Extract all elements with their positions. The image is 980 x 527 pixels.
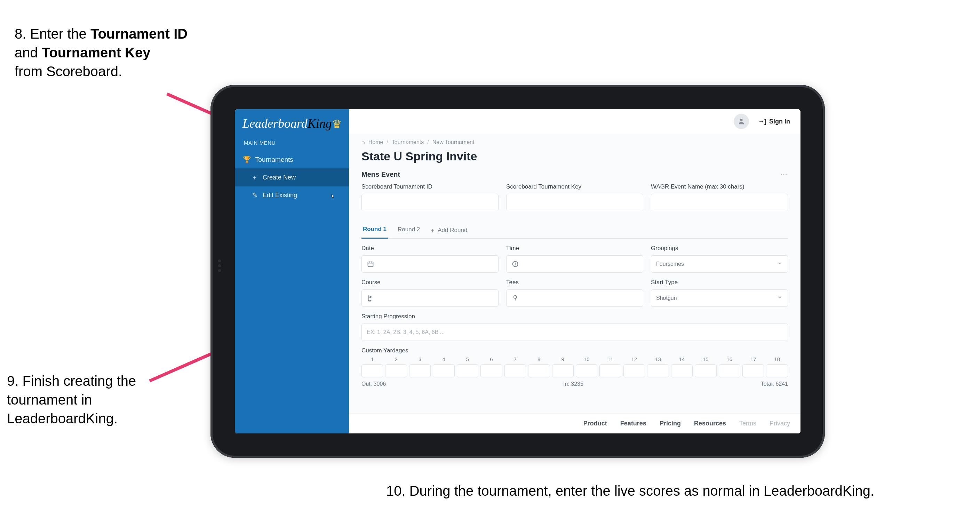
sign-in-button[interactable]: →] Sign In (758, 118, 790, 125)
field-label: Course (361, 279, 498, 286)
app-screen: LeaderboardKing♛ MAIN MENU 🏆 Tournaments… (235, 109, 800, 433)
wagr-name-input[interactable] (651, 194, 788, 211)
field-label: Tees (506, 279, 643, 286)
hole-number: 9 (552, 356, 574, 362)
round-tabs: Round 1 Round 2 ＋ Add Round (361, 222, 788, 239)
footer-link-privacy[interactable]: Privacy (770, 420, 790, 427)
calendar-icon (367, 261, 374, 267)
footer-link-terms[interactable]: Terms (739, 420, 756, 427)
field-date: Date (361, 245, 498, 273)
hole-number: 6 (480, 356, 502, 362)
field-label: WAGR Event Name (max 30 chars) (651, 183, 788, 190)
hole-yardage-input[interactable] (695, 364, 716, 377)
sidebar-item-tournaments[interactable]: 🏆 Tournaments (235, 151, 349, 168)
callout-step-10: 10. During the tournament, enter the liv… (386, 481, 960, 500)
scoreboard-id-input[interactable] (361, 194, 498, 211)
callout-step-8: 8. Enter the Tournament ID and Tournamen… (14, 24, 209, 81)
clock-icon (511, 261, 519, 267)
tab-round-2[interactable]: Round 2 (396, 223, 421, 238)
login-arrow-icon: →] (758, 118, 767, 125)
page-title: State U Spring Invite (361, 149, 788, 169)
user-icon (738, 118, 745, 125)
starting-progression-input[interactable]: EX: 1, 2A, 2B, 3, 4, 5, 6A, 6B ... (361, 323, 788, 341)
add-round-button[interactable]: ＋ Add Round (430, 226, 467, 234)
callout-bold-2: Tournament Key (42, 45, 151, 60)
logo-text-part1: Leaderboard (242, 116, 307, 131)
breadcrumb-tournaments[interactable]: Tournaments (392, 139, 424, 145)
tees-input[interactable] (506, 290, 643, 307)
hole-number: 10 (576, 356, 597, 362)
hole-yardage-input[interactable] (409, 364, 431, 377)
field-label: Time (506, 245, 643, 252)
footer-link-features[interactable]: Features (620, 420, 646, 427)
select-value: Shotgun (656, 295, 677, 301)
footer-link-product[interactable]: Product (584, 420, 607, 427)
hole-yardage-input[interactable] (480, 364, 502, 377)
start-type-select[interactable]: Shotgun (651, 290, 788, 307)
hole-yardage-input[interactable] (433, 364, 454, 377)
hole-number: 3 (409, 356, 431, 362)
sidebar-item-create-new[interactable]: ＋ Create New (235, 168, 349, 186)
field-label: Scoreboard Tournament Key (506, 183, 643, 190)
hole-yardage-input[interactable] (766, 364, 788, 377)
footer-link-pricing[interactable]: Pricing (660, 420, 681, 427)
field-label: Starting Progression (361, 313, 788, 320)
course-input[interactable] (361, 290, 498, 307)
hole-yardage-input[interactable] (719, 364, 740, 377)
hole-yardage-input[interactable] (671, 364, 693, 377)
callout-text: from Scoreboard. (14, 64, 122, 79)
trophy-icon: 🏆 (244, 156, 250, 164)
hole-yardage-input[interactable] (742, 364, 764, 377)
scoreboard-key-input[interactable] (506, 194, 643, 211)
time-input[interactable] (506, 255, 643, 273)
plus-icon: ＋ (251, 173, 258, 182)
sidebar-item-label: Create New (262, 174, 296, 181)
field-course: Course (361, 279, 498, 307)
hole-yardage-input[interactable] (528, 364, 550, 377)
field-tees: Tees (506, 279, 643, 307)
breadcrumb-home[interactable]: Home (368, 139, 383, 145)
documentation-canvas: 8. Enter the Tournament ID and Tournamen… (0, 0, 980, 527)
in-total: In: 3235 (563, 381, 584, 387)
edit-icon: ✎ (251, 191, 258, 199)
flag-icon (367, 295, 374, 302)
section-kebab-menu[interactable]: ⋯ (780, 170, 788, 178)
hole-inputs-row (361, 364, 788, 377)
avatar[interactable] (734, 114, 749, 129)
hole-numbers-row: 123456789101112131415161718 (361, 356, 788, 362)
app-logo: LeaderboardKing♛ (235, 109, 349, 137)
input-placeholder: EX: 1, 2A, 2B, 3, 4, 5, 6A, 6B ... (367, 329, 445, 335)
breadcrumb-separator: / (387, 139, 388, 145)
field-start-type: Start Type Shotgun (651, 279, 788, 307)
hole-yardage-input[interactable] (647, 364, 669, 377)
breadcrumb-new-tournament[interactable]: New Tournament (433, 139, 474, 145)
hole-yardage-input[interactable] (385, 364, 407, 377)
groupings-select[interactable]: Foursomes (651, 255, 788, 273)
hole-yardage-input[interactable] (576, 364, 597, 377)
hole-number: 2 (385, 356, 407, 362)
hole-yardage-input[interactable] (457, 364, 478, 377)
cursor-pointer-icon (329, 193, 336, 201)
content-area: ⌂ Home / Tournaments / New Tournament St… (349, 134, 800, 413)
section-header: Mens Event ⋯ (361, 169, 788, 183)
field-groupings: Groupings Foursomes (651, 245, 788, 273)
select-value: Foursomes (656, 261, 684, 267)
footer-link-resources[interactable]: Resources (694, 420, 726, 427)
sidebar: LeaderboardKing♛ MAIN MENU 🏆 Tournaments… (235, 109, 349, 433)
date-input[interactable] (361, 255, 498, 273)
field-starting-progression: Starting Progression EX: 1, 2A, 2B, 3, 4… (361, 313, 788, 341)
tab-round-1[interactable]: Round 1 (361, 222, 388, 239)
svg-point-6 (514, 296, 517, 298)
hole-yardage-input[interactable] (600, 364, 621, 377)
hole-number: 18 (766, 356, 788, 362)
chevron-down-icon (777, 295, 783, 301)
hole-number: 16 (719, 356, 740, 362)
sidebar-item-label: Edit Existing (262, 192, 297, 199)
hole-yardage-input[interactable] (552, 364, 574, 377)
home-icon[interactable]: ⌂ (361, 139, 365, 145)
hole-yardage-input[interactable] (504, 364, 526, 377)
hole-number: 14 (671, 356, 693, 362)
hole-yardage-input[interactable] (624, 364, 645, 377)
field-label: Groupings (651, 245, 788, 252)
hole-yardage-input[interactable] (361, 364, 383, 377)
